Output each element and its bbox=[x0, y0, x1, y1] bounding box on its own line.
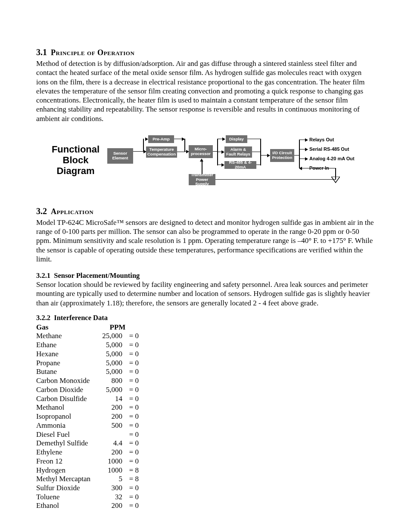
wire bbox=[133, 151, 143, 152]
cell-gas: Sulfur Dioxide bbox=[36, 484, 97, 493]
label-analog-out: Analog 4-20 mA Out bbox=[309, 156, 355, 161]
body-3-2: Model TP-624C MicroSafe™ sensors are des… bbox=[36, 218, 375, 264]
cell-ppm: 5,000 bbox=[97, 350, 122, 359]
wire bbox=[260, 139, 261, 165]
wire bbox=[252, 152, 261, 152]
arrow-left-icon bbox=[299, 167, 302, 170]
cell-eq: = 0 bbox=[122, 448, 139, 457]
cell-ppm: 14 bbox=[97, 395, 122, 404]
cell-gas: Carbon Dioxide bbox=[36, 386, 97, 395]
wire bbox=[247, 139, 261, 140]
arrow-right-icon bbox=[143, 150, 146, 153]
diagram-title-line2: Block bbox=[51, 155, 100, 165]
cell-gas: Methane bbox=[36, 332, 97, 341]
cell-ppm: 1000 bbox=[97, 466, 122, 475]
node-io-protection: I/O Circuit Protection bbox=[270, 149, 294, 162]
table-header: Gas PPM bbox=[36, 323, 375, 332]
cell-gas: Methyl Mercaptan bbox=[36, 475, 97, 484]
cell-eq: = 0 bbox=[122, 341, 139, 350]
table-row: Demethyl Sulfide4.4= 0 bbox=[36, 439, 375, 448]
arrow-right-icon bbox=[145, 137, 148, 141]
cell-ppm: 5,000 bbox=[97, 359, 122, 368]
cell-eq: = 0 bbox=[122, 376, 139, 386]
cell-ppm: 800 bbox=[97, 376, 122, 386]
cell-eq: = 0 bbox=[122, 430, 139, 439]
node-alarm-fault-relays: Alarm & Fault Relays bbox=[224, 146, 252, 158]
table-row: Carbon Dioxide5,000= 0 bbox=[36, 386, 375, 395]
cell-ppm: 25,000 bbox=[97, 332, 122, 341]
arrow-up-icon bbox=[200, 159, 203, 162]
table-row: Methane25,000= 0 bbox=[36, 332, 375, 341]
table-row: Isopropanol200= 0 bbox=[36, 412, 375, 421]
arrow-right-icon bbox=[221, 150, 224, 154]
heading-3-1: 3.1 Principle of Operation bbox=[36, 47, 375, 57]
node-display: Display bbox=[226, 135, 247, 143]
col-ppm: PPM bbox=[97, 323, 139, 332]
subtitle-322: Interference Data bbox=[54, 314, 108, 322]
wire bbox=[215, 179, 336, 180]
cell-eq: = 0 bbox=[122, 412, 139, 421]
cell-ppm: 300 bbox=[97, 484, 122, 493]
diagram-title: Functional Block Diagram bbox=[51, 144, 100, 177]
cell-ppm: 4.4 bbox=[97, 439, 122, 448]
cell-gas: Butane bbox=[36, 367, 97, 376]
heading-title: Principle of Operation bbox=[51, 48, 134, 57]
cell-gas: Ethylene bbox=[36, 448, 97, 457]
node-preamp: Pre-Amp bbox=[148, 135, 174, 143]
wire bbox=[302, 168, 308, 169]
table-row: Carbon Monoxide800= 0 bbox=[36, 376, 375, 386]
wire bbox=[335, 177, 336, 180]
cell-eq: = 0 bbox=[122, 350, 139, 359]
table-row: Methanol200= 0 bbox=[36, 403, 375, 412]
subtitle-321: Sensor Placement/Mounting bbox=[54, 271, 140, 280]
node-tx-power-supply: Transmitter Power Supply bbox=[189, 174, 215, 185]
cell-ppm: 5,000 bbox=[97, 386, 122, 395]
arrow-right-icon bbox=[305, 148, 308, 151]
page-content: 3.1 Principle of Operation Method of det… bbox=[0, 0, 411, 532]
node-sensor-element: Sensor Element bbox=[107, 148, 133, 164]
cell-gas: Carbon Disulfide bbox=[36, 395, 97, 404]
col-gas: Gas bbox=[36, 323, 97, 332]
table-row: Carbon Disulfide14= 0 bbox=[36, 395, 375, 404]
cell-ppm: 500 bbox=[97, 421, 122, 430]
table-row: Toluene32= 0 bbox=[36, 493, 375, 502]
cell-ppm: 200 bbox=[97, 403, 122, 412]
cell-gas: Diesel Fuel bbox=[36, 430, 97, 439]
cell-eq: = 0 bbox=[122, 484, 139, 493]
cell-ppm bbox=[97, 430, 122, 439]
wire bbox=[299, 140, 300, 168]
wire bbox=[213, 151, 217, 152]
table-body: Methane25,000= 0Ethane5,000= 0Hexane5,00… bbox=[36, 332, 375, 510]
body-3-1: Method of detection is by diffusion/adso… bbox=[36, 59, 375, 123]
cell-eq: = 0 bbox=[122, 421, 139, 430]
heading-title-32: Application bbox=[51, 207, 93, 216]
cell-ppm: 200 bbox=[97, 448, 122, 457]
node-microprocessor: Micro- processor bbox=[189, 145, 213, 158]
cell-gas: Hexane bbox=[36, 350, 97, 359]
cell-gas: Hydrogen bbox=[36, 466, 97, 475]
heading-3-2: 3.2 Application bbox=[36, 206, 375, 216]
node-rs485-420ma: RS-485 & 4-20mA bbox=[224, 161, 256, 169]
arrow-right-icon bbox=[305, 157, 308, 161]
cell-gas: Methanol bbox=[36, 403, 97, 412]
cell-eq: = 0 bbox=[122, 501, 139, 510]
cell-eq: = 0 bbox=[122, 439, 139, 448]
table-row: Hydrogen1000= 8 bbox=[36, 466, 375, 475]
cell-gas: Carbon Monoxide bbox=[36, 376, 97, 386]
cell-eq: = 0 bbox=[122, 493, 139, 502]
cell-gas: Isopropanol bbox=[36, 412, 97, 421]
arrow-right-icon bbox=[221, 163, 224, 167]
cell-eq: = 8 bbox=[122, 466, 139, 475]
interference-table: Gas PPM Methane25,000= 0Ethane5,000= 0He… bbox=[36, 323, 375, 510]
node-temp-comp: Temperature Compensation bbox=[146, 146, 177, 158]
heading-3-2-1: 3.2.1 Sensor Placement/Mounting bbox=[36, 271, 375, 280]
cell-eq: = 8 bbox=[122, 475, 139, 484]
wire bbox=[335, 168, 336, 177]
cell-eq: = 0 bbox=[122, 386, 139, 395]
cell-eq: = 0 bbox=[122, 359, 139, 368]
cell-gas: Toluene bbox=[36, 493, 97, 502]
cell-gas: Ethane bbox=[36, 341, 97, 350]
cell-eq: = 0 bbox=[122, 367, 139, 376]
table-row: Sulfur Dioxide300= 0 bbox=[36, 484, 375, 493]
cell-eq: = 0 bbox=[122, 457, 139, 466]
